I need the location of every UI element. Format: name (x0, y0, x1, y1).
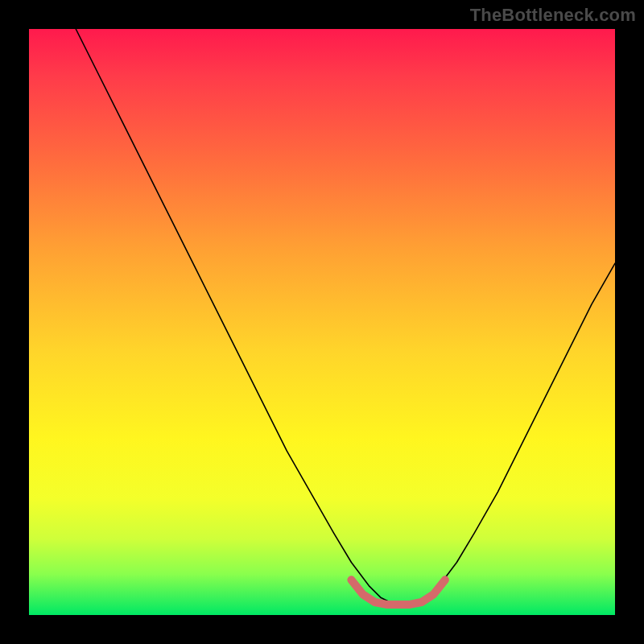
watermark-text: TheBottleneck.com (470, 5, 636, 26)
plot-area (29, 29, 615, 615)
chart-svg (29, 29, 615, 615)
chart-frame: TheBottleneck.com (0, 0, 644, 644)
bottleneck-curve (76, 29, 615, 603)
flat-highlight (351, 580, 444, 605)
